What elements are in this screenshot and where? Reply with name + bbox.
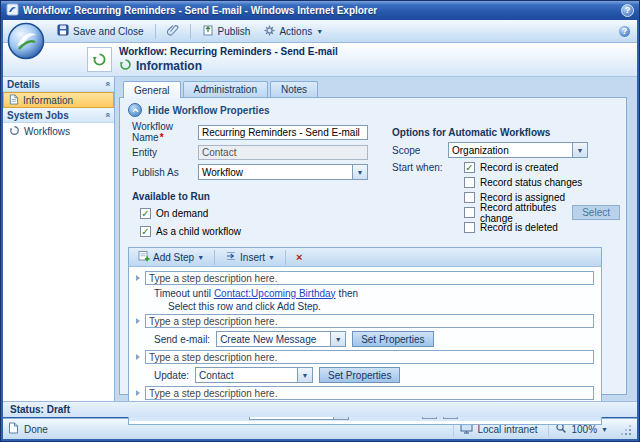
- collapse-circle-icon: [128, 103, 142, 117]
- publish-label: Publish: [218, 26, 251, 37]
- sidebar: Details « Information System Jobs «: [3, 77, 115, 401]
- record-title: Workflow: Recurring Reminders - Send E-m…: [119, 46, 338, 57]
- help-icon[interactable]: ?: [618, 25, 631, 38]
- step-description-row: [136, 385, 594, 401]
- toolbar-separator: [214, 250, 215, 265]
- resize-grip[interactable]: [619, 423, 632, 436]
- window-content: Save and Close Publish Actions ▼ ?: [3, 20, 637, 417]
- add-step-label: Add Step: [153, 252, 194, 263]
- record-header: Workflow: Recurring Reminders - Send E-m…: [3, 43, 637, 77]
- set-properties-button[interactable]: Set Properties: [352, 331, 433, 347]
- chevron-down-icon: ▼: [352, 165, 367, 179]
- on-demand-checkbox[interactable]: [140, 208, 151, 219]
- row-selector-icon[interactable]: [136, 275, 140, 281]
- record-assigned-checkbox[interactable]: [464, 192, 475, 203]
- update-label: Update:: [154, 370, 189, 381]
- add-step-icon: [138, 250, 150, 264]
- scope-label: Scope: [392, 145, 448, 156]
- sidebar-item-information[interactable]: Information: [3, 92, 114, 108]
- page-title: Information: [136, 59, 202, 73]
- titlebar-help-icon[interactable]: ?: [621, 4, 634, 17]
- tab-general[interactable]: General: [123, 81, 181, 98]
- delete-icon: ×: [296, 251, 302, 263]
- record-attributes-checkbox[interactable]: [464, 207, 475, 218]
- child-workflow-label: As a child workflow: [156, 226, 241, 237]
- scope-select[interactable]: Organization ▼: [448, 142, 588, 158]
- chevron-down-icon: ▼: [316, 28, 323, 35]
- system-jobs-group-label: System Jobs: [7, 110, 69, 121]
- chevron-down-icon: ▼: [572, 143, 587, 157]
- workflow-properties-form: Workflow Name* Entity Publish As Workfl: [120, 120, 626, 243]
- child-workflow-checkbox[interactable]: [140, 226, 151, 237]
- step-editor: Add Step ▼ Insert ▼ ×: [128, 247, 602, 425]
- step-description-input[interactable]: [145, 386, 594, 400]
- step-description-input[interactable]: [145, 350, 594, 364]
- select-attributes-button[interactable]: Select: [572, 205, 620, 220]
- tab-administration[interactable]: Administration: [183, 81, 268, 97]
- record-deleted-checkbox[interactable]: [464, 222, 475, 233]
- publish-as-label: Publish As: [132, 167, 198, 178]
- insert-button[interactable]: Insert ▼: [220, 248, 280, 266]
- actions-button[interactable]: Actions ▼: [258, 22, 329, 41]
- tab-notes[interactable]: Notes: [270, 81, 318, 97]
- collapse-chevron-icon: «: [102, 81, 112, 86]
- chevron-down-icon: ▼: [197, 254, 204, 261]
- add-step-button[interactable]: Add Step ▼: [133, 248, 209, 266]
- step-description-row: [136, 349, 594, 365]
- step-description-row: [136, 270, 594, 286]
- actions-label: Actions: [279, 26, 312, 37]
- save-and-close-label: Save and Close: [73, 26, 144, 37]
- record-created-checkbox[interactable]: [464, 162, 475, 173]
- timeout-condition-link[interactable]: Contact:Upcoming Birthday: [214, 288, 336, 299]
- sidebar-group-system-jobs[interactable]: System Jobs «: [3, 108, 114, 123]
- workflow-name-input[interactable]: [198, 125, 368, 140]
- record-status-label: Record status changes: [480, 177, 582, 188]
- collapse-chevron-icon: «: [102, 112, 112, 117]
- step-toolbar: Add Step ▼ Insert ▼ ×: [129, 248, 601, 267]
- entity-label: Entity: [132, 147, 198, 158]
- information-workflow-icon: [119, 58, 132, 73]
- record-status-checkbox[interactable]: [464, 177, 475, 188]
- content-split: Details « Information System Jobs «: [3, 77, 637, 401]
- hide-workflow-properties-toggle[interactable]: Hide Workflow Properties: [120, 98, 626, 120]
- gear-icon: [264, 25, 275, 38]
- chevron-down-icon: ▼: [268, 254, 275, 261]
- record-status-bar: Status: Draft: [3, 401, 637, 417]
- workflow-name-label: Workflow Name*: [132, 121, 198, 143]
- main-area: General Administration Notes Hide Workfl…: [115, 77, 637, 401]
- information-page-icon: [9, 94, 19, 107]
- chevron-down-icon: ▼: [601, 426, 608, 433]
- toolbar-separator: [155, 24, 156, 39]
- send-email-step: Send e-mail: Create New Message ▼ Set Pr…: [136, 330, 594, 348]
- chevron-down-icon: ▼: [297, 368, 312, 382]
- save-and-close-button[interactable]: Save and Close: [51, 21, 150, 41]
- information-item-label: Information: [23, 95, 73, 106]
- publish-button[interactable]: Publish: [196, 21, 257, 41]
- app-logo: [7, 22, 45, 60]
- timeout-hint: Select this row and click Add Step.: [136, 300, 594, 312]
- sidebar-group-details[interactable]: Details «: [3, 77, 114, 92]
- workflows-icon: [9, 125, 20, 138]
- details-group-label: Details: [7, 79, 40, 90]
- step-description-input[interactable]: [145, 271, 594, 285]
- row-selector-icon[interactable]: [136, 390, 140, 396]
- timeout-prefix: Timeout until: [154, 288, 211, 299]
- publish-as-select[interactable]: Workflow ▼: [198, 164, 368, 180]
- record-deleted-label: Record is deleted: [480, 222, 558, 233]
- row-selector-icon[interactable]: [136, 354, 140, 360]
- step-description-input[interactable]: [145, 314, 594, 328]
- row-selector-icon[interactable]: [136, 318, 140, 324]
- tab-strip: General Administration Notes: [119, 80, 627, 97]
- send-email-select[interactable]: Create New Message ▼: [216, 331, 346, 347]
- zoom-level: 100%: [571, 424, 597, 435]
- delete-step-button[interactable]: ×: [291, 249, 307, 265]
- publish-icon: [202, 24, 214, 38]
- command-toolbar: Save and Close Publish Actions ▼ ?: [3, 20, 637, 43]
- update-select[interactable]: Contact ▼: [195, 367, 313, 383]
- attachment-button[interactable]: [161, 21, 185, 41]
- sidebar-item-workflows[interactable]: Workflows: [3, 123, 114, 139]
- page-status-icon: [8, 422, 19, 436]
- set-properties-button[interactable]: Set Properties: [319, 367, 400, 383]
- security-zone-label: Local intranet: [477, 424, 537, 435]
- record-created-label: Record is created: [480, 162, 558, 173]
